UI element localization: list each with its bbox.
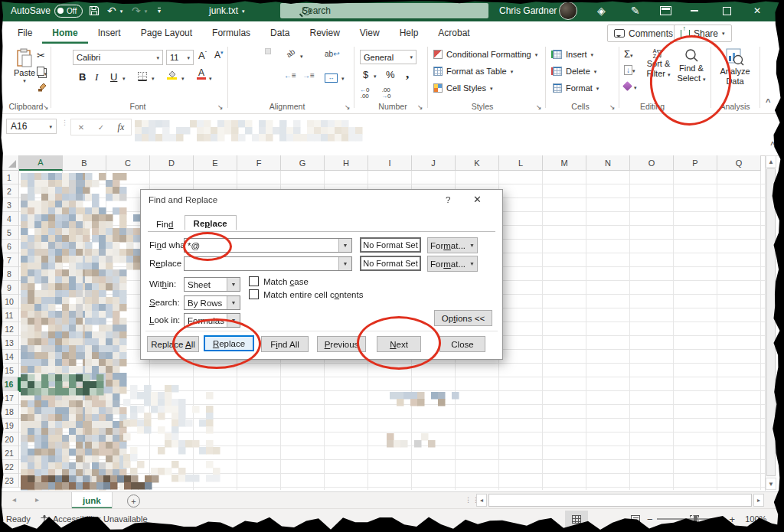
- wrap-text-button[interactable]: ab↩: [325, 50, 340, 58]
- column-header-J[interactable]: J: [412, 155, 456, 171]
- column-header-O[interactable]: O: [630, 155, 674, 171]
- increase-decimal-button[interactable]: ←0.00: [360, 87, 369, 100]
- selected-cell-A16[interactable]: [19, 377, 63, 392]
- close-button[interactable]: ✕: [753, 0, 761, 21]
- column-header-K[interactable]: K: [456, 155, 499, 171]
- next-sheet-arrow[interactable]: ▸: [35, 495, 39, 504]
- row-header-6[interactable]: 6: [0, 240, 19, 253]
- search-input[interactable]: Search: [280, 3, 488, 18]
- copy-button[interactable]: ▾: [37, 67, 47, 77]
- column-header-F[interactable]: F: [237, 155, 281, 171]
- select-all-corner[interactable]: [0, 155, 19, 171]
- comma-style-button[interactable]: ,: [406, 67, 409, 82]
- collapse-ribbon-button[interactable]: ^: [766, 97, 770, 106]
- row-header-10[interactable]: 10: [0, 295, 19, 308]
- zoom-level[interactable]: 100%: [745, 514, 766, 524]
- row-header-20[interactable]: 20: [0, 432, 19, 446]
- share-button[interactable]: Share ▾: [674, 24, 732, 42]
- ribbon-display-options-button[interactable]: [660, 0, 671, 21]
- merge-center-button[interactable]: ↔: [325, 72, 338, 83]
- row-header-12[interactable]: 12: [0, 322, 19, 336]
- percent-style-button[interactable]: %: [386, 69, 395, 80]
- formula-input[interactable]: [134, 119, 761, 134]
- look-in-select[interactable]: Formulas▼: [184, 313, 240, 328]
- column-header-M[interactable]: M: [543, 155, 586, 171]
- dialog-help-button[interactable]: ?: [446, 195, 450, 204]
- scroll-up-arrow[interactable]: ▲: [766, 155, 776, 168]
- find-what-input[interactable]: *@▼: [184, 238, 352, 253]
- normal-view-button[interactable]: [565, 511, 588, 527]
- maximize-button[interactable]: [723, 0, 731, 21]
- row-header-7[interactable]: 7: [0, 253, 19, 267]
- row-header-16[interactable]: 16: [0, 377, 19, 391]
- underline-button[interactable]: U: [110, 71, 117, 83]
- row-header-11[interactable]: 11: [0, 308, 19, 322]
- tab-formulas[interactable]: Formulas: [202, 21, 260, 44]
- find-format-button[interactable]: Format...▼: [427, 237, 478, 253]
- clipboard-dialog-launcher[interactable]: ↘: [43, 103, 49, 111]
- cell-styles-button[interactable]: Cell Styles▾: [433, 83, 492, 93]
- premium-gem-icon[interactable]: ◈: [597, 0, 606, 21]
- format-cells-button[interactable]: Format▾: [553, 83, 599, 93]
- insert-function-icon[interactable]: fx: [118, 122, 125, 133]
- styles-dialog-launcher[interactable]: ↘: [536, 103, 542, 111]
- horizontal-scrollbar[interactable]: ◂ ▸: [476, 494, 764, 507]
- fill-color-button[interactable]: [167, 70, 177, 80]
- tab-view[interactable]: View: [350, 21, 390, 44]
- font-dialog-launcher[interactable]: ↘: [217, 103, 224, 111]
- replace-all-button[interactable]: Replace All: [147, 336, 199, 352]
- page-layout-view-button[interactable]: [624, 511, 647, 527]
- find-what-dropdown-arrow[interactable]: ▼: [338, 239, 351, 252]
- dialog-tab-replace[interactable]: Replace: [185, 215, 237, 230]
- format-as-table-button[interactable]: Format as Table▾: [433, 67, 513, 76]
- number-format-select[interactable]: General▾: [360, 50, 416, 64]
- column-header-B[interactable]: B: [63, 155, 106, 171]
- tab-page-layout[interactable]: Page Layout: [131, 21, 202, 44]
- borders-menu-arrow[interactable]: ▾: [152, 76, 155, 81]
- name-box[interactable]: A16▾: [6, 119, 57, 134]
- cut-button[interactable]: ✂: [37, 50, 45, 61]
- font-size-select[interactable]: 11▾: [166, 50, 194, 65]
- fill-color-menu-arrow[interactable]: ▾: [181, 76, 185, 81]
- tab-acrobat[interactable]: Acrobat: [428, 21, 479, 44]
- tab-data[interactable]: Data: [260, 21, 299, 44]
- merge-menu-arrow[interactable]: ▾: [341, 76, 345, 81]
- bold-button[interactable]: B: [79, 71, 86, 83]
- font-color-button[interactable]: A: [197, 69, 206, 80]
- decrease-indent-button[interactable]: ←≡: [284, 71, 296, 80]
- avatar[interactable]: [559, 0, 577, 21]
- namebox-splitter[interactable]: ⋮: [61, 121, 68, 124]
- increase-font-size-button[interactable]: Aˆ: [198, 50, 207, 61]
- replace-with-input[interactable]: ▼: [184, 256, 352, 271]
- find-all-button[interactable]: Find All: [261, 336, 309, 352]
- orientation-menu-arrow[interactable]: ▾: [300, 54, 303, 59]
- match-entire-checkbox[interactable]: [249, 289, 259, 299]
- align-bottom-button[interactable]: [265, 48, 271, 54]
- column-header-Q[interactable]: Q: [717, 155, 761, 171]
- increase-indent-button[interactable]: →≡: [302, 71, 315, 80]
- row-header-22[interactable]: 22: [0, 460, 19, 474]
- close-dialog-button[interactable]: Close: [439, 336, 485, 352]
- fill-button[interactable]: ↓▾: [624, 65, 635, 74]
- zoom-slider-thumb[interactable]: [694, 515, 697, 523]
- scroll-left-arrow[interactable]: ◂: [476, 494, 487, 507]
- undo-button[interactable]: ↶▾: [107, 0, 122, 21]
- comments-button[interactable]: Comments: [607, 24, 680, 42]
- match-case-label[interactable]: Match case: [263, 277, 309, 286]
- row-header-18[interactable]: 18: [0, 405, 19, 419]
- previous-button[interactable]: Previous: [317, 336, 366, 352]
- sheet-tab-junk[interactable]: junk: [71, 492, 113, 509]
- find-select-button[interactable]: Find & Select ▾: [675, 48, 707, 83]
- new-sheet-button[interactable]: +: [127, 494, 140, 508]
- options-button[interactable]: Options <<: [434, 310, 492, 326]
- tab-help[interactable]: Help: [390, 21, 429, 44]
- account-name[interactable]: Chris Gardner: [499, 0, 557, 21]
- italic-button[interactable]: I: [95, 71, 98, 83]
- cancel-icon[interactable]: ✕: [78, 123, 84, 132]
- vertical-scroll-thumb[interactable]: [766, 168, 776, 476]
- scroll-down-arrow[interactable]: ▼: [766, 478, 776, 490]
- search-select[interactable]: By Rows▼: [184, 295, 240, 310]
- font-name-select[interactable]: Calibri▾: [73, 50, 163, 65]
- accounting-menu-arrow[interactable]: ▾: [374, 73, 377, 79]
- borders-button[interactable]: [138, 72, 147, 83]
